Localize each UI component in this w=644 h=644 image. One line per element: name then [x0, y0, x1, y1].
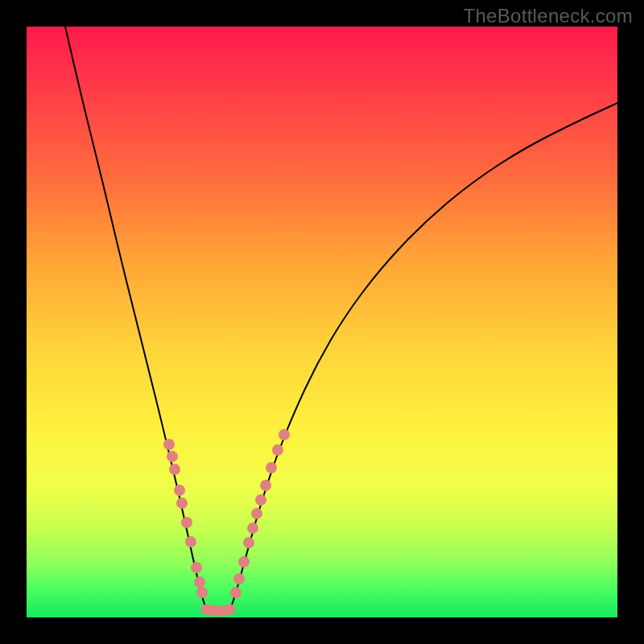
highlight-dot	[181, 517, 192, 528]
highlight-dot	[194, 576, 205, 588]
highlight-dot	[251, 508, 262, 519]
highlight-dot	[243, 537, 254, 548]
highlight-dot	[174, 485, 185, 496]
chart-svg	[27, 27, 617, 617]
highlight-dot	[191, 562, 202, 573]
highlight-dot	[255, 494, 266, 506]
highlight-dot	[266, 462, 277, 473]
highlight-dot	[238, 556, 250, 568]
outer-frame: TheBottleneck.com	[0, 0, 644, 644]
highlight-dot	[185, 536, 196, 547]
highlight-dot	[167, 451, 178, 462]
highlight-dot	[163, 439, 175, 450]
curve-right-branch	[230, 103, 617, 609]
curve-bottom-stub	[206, 609, 230, 611]
highlight-dot	[230, 587, 242, 598]
highlight-dot	[260, 480, 271, 491]
highlight-dot	[279, 429, 290, 440]
highlight-dot	[169, 464, 180, 475]
watermark-text: TheBottleneck.com	[463, 5, 633, 27]
highlight-dot	[176, 497, 188, 509]
highlight-dot	[196, 587, 208, 598]
highlight-dot	[233, 573, 245, 584]
highlight-dot	[272, 444, 283, 456]
highlight-dot	[247, 522, 258, 534]
chart-plot-area	[27, 27, 617, 617]
